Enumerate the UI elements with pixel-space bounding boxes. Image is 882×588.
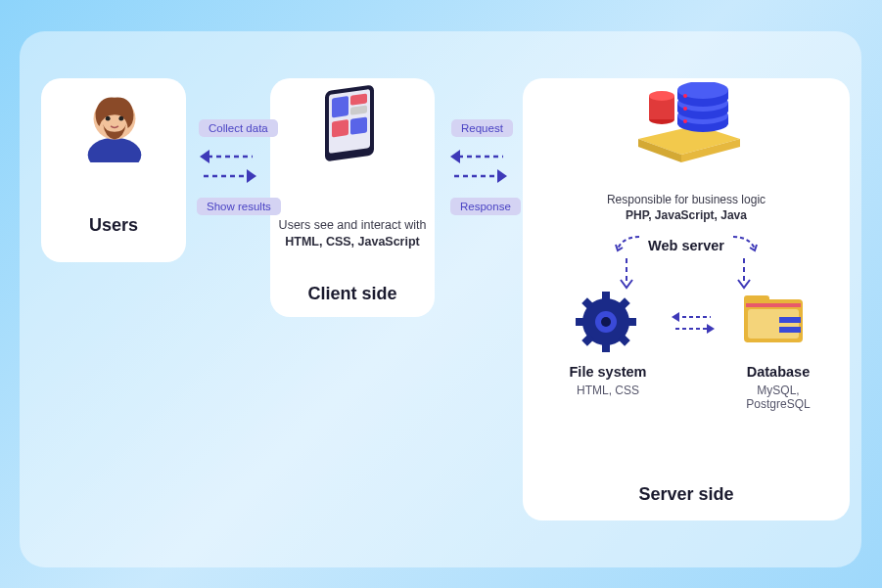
database-block: Database MySQL, PostgreSQL	[724, 364, 832, 411]
gear-icon	[576, 292, 636, 352]
server-caption: Responsible for business logic PHP, Java…	[542, 192, 830, 223]
svg-point-24	[683, 107, 687, 111]
users-title: Users	[41, 215, 186, 236]
svg-rect-32	[576, 318, 585, 326]
client-caption-line2: HTML, CSS, JavaScript	[285, 235, 420, 249]
svg-rect-6	[332, 96, 348, 117]
svg-point-0	[88, 138, 142, 162]
svg-rect-45	[779, 327, 801, 333]
file-system-block: File system HTML, CSS	[544, 364, 672, 397]
client-caption-line1: Users see and interact with	[276, 217, 429, 234]
show-results-badge: Show results	[197, 198, 281, 215]
server-caption-line1: Responsible for business logic	[542, 192, 830, 207]
web-server-label-row: Web server	[542, 235, 830, 256]
database-tech: MySQL, PostgreSQL	[724, 384, 832, 411]
svg-point-39	[601, 317, 611, 327]
svg-rect-10	[350, 116, 367, 134]
svg-rect-31	[602, 342, 610, 352]
request-badge: Request	[451, 119, 513, 137]
svg-point-28	[649, 91, 674, 101]
database-title: Database	[724, 364, 832, 380]
svg-point-2	[106, 116, 111, 121]
server-stack-icon	[630, 82, 748, 166]
svg-point-3	[118, 116, 123, 121]
curved-arrow-right-icon	[731, 235, 759, 256]
svg-point-25	[683, 119, 687, 123]
svg-rect-9	[332, 119, 348, 137]
tablet-icon	[321, 84, 382, 166]
folder-database-icon	[736, 292, 814, 352]
fs-db-arrows	[666, 311, 720, 335]
svg-rect-33	[627, 318, 636, 326]
web-server-title: Web server	[648, 238, 724, 253]
curved-arrow-left-icon	[614, 235, 641, 256]
response-badge: Response	[450, 198, 521, 215]
server-caption-line2: PHP, JavaScript, Java	[626, 208, 747, 222]
arrows-client-server	[446, 145, 511, 190]
file-system-tech: HTML, CSS	[544, 384, 672, 397]
svg-rect-30	[602, 292, 610, 301]
svg-rect-43	[746, 303, 801, 307]
arrows-users-client	[196, 145, 260, 190]
client-title: Client side	[270, 284, 435, 304]
file-system-title: File system	[544, 364, 672, 380]
client-caption: Users see and interact with HTML, CSS, J…	[276, 217, 429, 250]
collect-data-badge: Collect data	[199, 119, 278, 137]
svg-rect-42	[748, 309, 799, 339]
webserver-down-arrows	[597, 256, 773, 295]
svg-rect-44	[779, 317, 801, 323]
user-avatar-icon	[76, 86, 153, 162]
svg-point-23	[683, 94, 687, 98]
server-title: Server side	[523, 484, 850, 505]
